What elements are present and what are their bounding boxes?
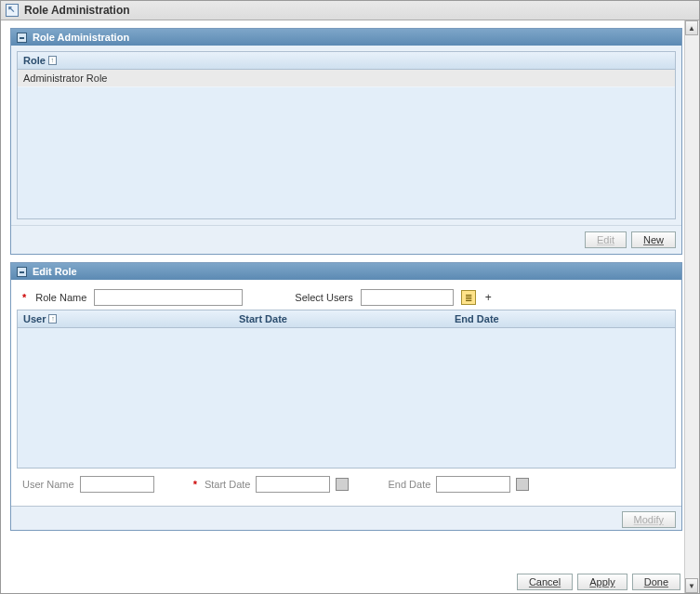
- user-edit-row: User Name * Start Date End Date: [17, 469, 676, 500]
- select-users-label: Select Users: [295, 292, 352, 303]
- role-cell: Administrator Role: [23, 73, 107, 84]
- edit-role-panel-title: Edit Role: [33, 266, 77, 277]
- user-grid: User ↑ Start Date End Date: [17, 310, 676, 469]
- enddate-column-label: End Date: [455, 313, 499, 324]
- content-area: Role Administration Role ↑ Administrator…: [1, 20, 699, 593]
- user-picker-icon[interactable]: ≣: [461, 290, 476, 305]
- role-admin-panel-title: Role Administration: [33, 32, 129, 43]
- edit-button[interactable]: Edit: [585, 231, 627, 248]
- global-button-bar: Cancel Apply Done: [517, 574, 680, 590]
- user-name-input[interactable]: [80, 476, 154, 493]
- role-grid-header: Role ↑: [18, 52, 675, 70]
- edit-role-form-row: * Role Name Select Users ≣ +: [17, 285, 676, 310]
- startdate-column-header[interactable]: Start Date: [233, 310, 449, 327]
- window-title: Role Administration: [24, 4, 130, 17]
- plus-icon[interactable]: +: [485, 291, 492, 304]
- app-window: Role Administration Role Administration …: [0, 0, 700, 594]
- start-date-input[interactable]: [256, 476, 330, 493]
- required-icon: *: [22, 292, 26, 303]
- sort-icon[interactable]: ↑: [48, 56, 57, 65]
- role-grid: Role ↑ Administrator Role: [17, 51, 676, 219]
- role-grid-body: Administrator Role: [18, 70, 675, 218]
- user-name-label: User Name: [22, 479, 74, 490]
- table-row[interactable]: Administrator Role: [18, 70, 675, 87]
- role-column-header[interactable]: Role ↑: [18, 52, 675, 69]
- user-grid-body: [18, 328, 675, 468]
- role-admin-panel-body: Role ↑ Administrator Role: [11, 46, 681, 225]
- collapse-icon[interactable]: [17, 267, 27, 277]
- role-panel-footer: Edit New: [11, 225, 681, 254]
- role-name-label: Role Name: [35, 292, 86, 303]
- sort-icon[interactable]: ↑: [48, 314, 57, 323]
- edit-role-panel-body: * Role Name Select Users ≣ + User ↑: [11, 280, 681, 506]
- window-titlebar: Role Administration: [1, 1, 699, 20]
- edit-role-panel-header: Edit Role: [11, 263, 681, 280]
- role-admin-panel: Role Administration Role ↑ Administrator…: [10, 28, 682, 255]
- done-button[interactable]: Done: [632, 574, 680, 590]
- end-date-input[interactable]: [436, 476, 510, 493]
- collapse-icon[interactable]: [17, 33, 27, 43]
- enddate-column-header[interactable]: End Date: [449, 310, 675, 327]
- role-column-label: Role: [23, 55, 46, 66]
- scroll-up-icon[interactable]: ▲: [685, 20, 698, 35]
- window-icon: [6, 4, 19, 17]
- user-column-header[interactable]: User ↑: [18, 310, 233, 327]
- user-grid-header: User ↑ Start Date End Date: [18, 310, 675, 328]
- user-column-label: User: [23, 313, 46, 324]
- calendar-icon[interactable]: [336, 478, 349, 491]
- calendar-icon[interactable]: [516, 478, 529, 491]
- role-name-input[interactable]: [94, 289, 243, 306]
- role-admin-panel-header: Role Administration: [11, 29, 681, 46]
- scroll-down-icon[interactable]: ▼: [685, 578, 698, 593]
- startdate-label: Start Date: [205, 479, 251, 490]
- edit-panel-footer: Modify: [11, 506, 681, 530]
- required-icon: *: [193, 479, 197, 490]
- vertical-scrollbar[interactable]: ▲ ▼: [684, 20, 699, 593]
- cancel-button[interactable]: Cancel: [517, 574, 573, 590]
- enddate-label: End Date: [388, 479, 430, 490]
- startdate-column-label: Start Date: [239, 313, 287, 324]
- select-users-input[interactable]: [361, 289, 454, 306]
- modify-button[interactable]: Modify: [622, 511, 676, 528]
- apply-button[interactable]: Apply: [577, 574, 627, 590]
- edit-role-panel: Edit Role * Role Name Select Users ≣ +: [10, 262, 682, 531]
- new-button[interactable]: New: [631, 231, 676, 248]
